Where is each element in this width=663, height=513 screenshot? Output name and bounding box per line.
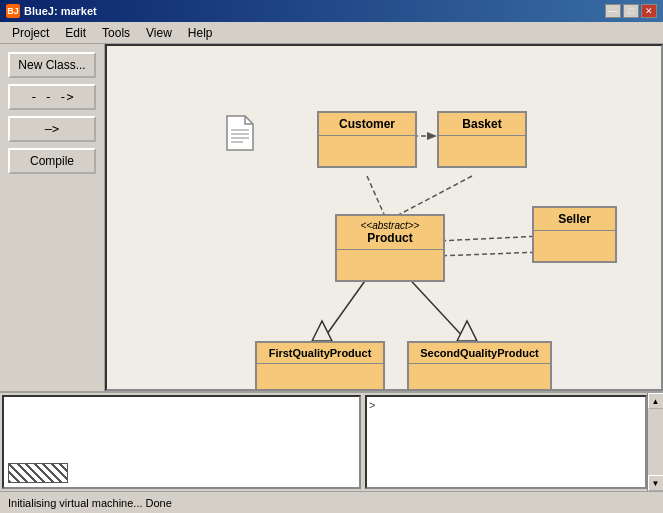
class-first-quality-name: FirstQualityProduct — [257, 343, 383, 364]
svg-marker-9 — [457, 321, 477, 341]
title-bar-left: BJ BlueJ: market — [6, 4, 97, 18]
menu-view[interactable]: View — [138, 24, 180, 42]
terminal-panel: > ▲ ▼ — [363, 393, 663, 491]
menu-bar: Project Edit Tools View Help — [0, 22, 663, 44]
class-seller-name: Seller — [534, 208, 615, 231]
class-basket-name: Basket — [439, 113, 525, 136]
class-second-quality[interactable]: SecondQualityProduct — [407, 341, 552, 391]
class-seller[interactable]: Seller — [532, 206, 617, 263]
class-seller-body — [534, 231, 615, 261]
menu-edit[interactable]: Edit — [57, 24, 94, 42]
class-second-quality-name: SecondQualityProduct — [409, 343, 550, 364]
scroll-up-button[interactable]: ▲ — [648, 393, 664, 409]
svg-marker-1 — [427, 132, 437, 140]
new-class-button[interactable]: New Class... — [8, 52, 96, 78]
status-text: Initialising virtual machine... Done — [8, 497, 172, 509]
dashed-arrow-button[interactable]: - - -> — [8, 84, 96, 110]
window-controls: — □ ✕ — [605, 4, 657, 18]
app-icon: BJ — [6, 4, 20, 18]
bottom-section: > ▲ ▼ — [0, 391, 663, 491]
class-basket-body — [439, 136, 525, 166]
class-basket[interactable]: Basket — [437, 111, 527, 168]
svg-marker-8 — [312, 321, 332, 341]
maximize-button[interactable]: □ — [623, 4, 639, 18]
menu-tools[interactable]: Tools — [94, 24, 138, 42]
scroll-down-button[interactable]: ▼ — [648, 475, 664, 491]
menu-project[interactable]: Project — [4, 24, 57, 42]
sidebar: New Class... - - -> —> Compile — [0, 44, 105, 391]
class-product-stereo: <<abstract>> — [347, 220, 433, 231]
minimize-button[interactable]: — — [605, 4, 621, 18]
scrollbar: ▲ ▼ — [647, 393, 663, 491]
class-customer-name: Customer — [319, 113, 415, 136]
solid-arrow-button[interactable]: —> — [8, 116, 96, 142]
hatch-decoration — [8, 463, 68, 483]
class-product-body — [337, 250, 443, 280]
class-second-quality-body — [409, 364, 550, 391]
class-first-quality[interactable]: FirstQualityProduct — [255, 341, 385, 391]
close-button[interactable]: ✕ — [641, 4, 657, 18]
class-customer-body — [319, 136, 415, 166]
title-bar: BJ BlueJ: market — □ ✕ — [0, 0, 663, 22]
output-panel[interactable] — [2, 395, 361, 489]
canvas-area: Customer Basket <<abstract>> Product Sel… — [105, 44, 663, 391]
class-first-quality-body — [257, 364, 383, 391]
svg-line-4 — [437, 236, 542, 241]
menu-help[interactable]: Help — [180, 24, 221, 42]
class-customer[interactable]: Customer — [317, 111, 417, 168]
class-product[interactable]: <<abstract>> Product — [335, 214, 445, 282]
compile-button[interactable]: Compile — [8, 148, 96, 174]
status-bar: Initialising virtual machine... Done — [0, 491, 663, 513]
document-icon — [225, 114, 255, 152]
window-title: BlueJ: market — [24, 5, 97, 17]
class-product-name: <<abstract>> Product — [337, 216, 443, 250]
terminal-prompt: > — [369, 399, 375, 411]
terminal-content[interactable]: > — [365, 395, 647, 489]
